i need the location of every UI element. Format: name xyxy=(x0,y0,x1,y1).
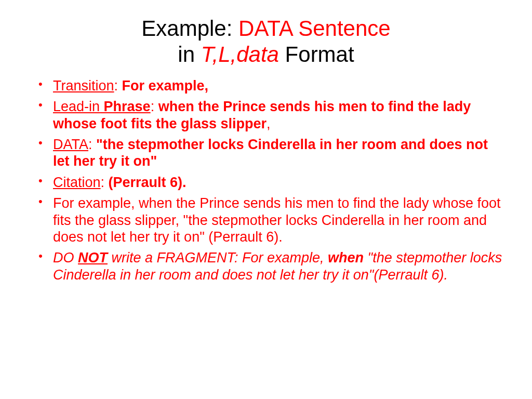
title-in: in xyxy=(178,42,201,66)
bullet-fragment-warning: DO NOT write a FRAGMENT: For example, wh… xyxy=(53,249,506,283)
bullet-list: Transition: For example, Lead-in Phrase:… xyxy=(26,77,506,283)
leadin-label-b: Phrase xyxy=(100,99,151,114)
title-prefix: Example: xyxy=(141,16,238,41)
data-label: DATA xyxy=(53,137,88,152)
colon: : xyxy=(151,99,158,114)
full-example-text: For example, when the Prince sends his m… xyxy=(53,195,500,245)
title-tldata: T,L,data xyxy=(201,42,279,66)
slide-title: Example: DATA Sentence in T,L,data Forma… xyxy=(26,16,506,68)
title-format: Format xyxy=(279,42,354,66)
bullet-transition: Transition: For example, xyxy=(53,77,506,94)
leadin-comma: , xyxy=(267,116,271,131)
title-red1: DATA Sentence xyxy=(238,16,391,41)
bullet-leadin: Lead-in Phrase: when the Prince sends hi… xyxy=(53,98,506,132)
frag-p1: DO xyxy=(53,250,78,265)
frag-when: when xyxy=(328,250,364,265)
transition-label: Transition xyxy=(53,78,114,94)
colon: : xyxy=(114,78,122,94)
citation-content: (Perrault 6). xyxy=(109,175,187,190)
frag-not: NOT xyxy=(78,250,108,265)
bullet-data: DATA: "the stepmother locks Cinderella i… xyxy=(53,136,506,170)
frag-p3: write a FRAGMENT: For example, xyxy=(108,250,328,265)
bullet-citation: Citation: (Perrault 6). xyxy=(53,174,506,191)
citation-label: Citation xyxy=(53,175,101,190)
leadin-label-u: Lead-in xyxy=(53,99,100,114)
data-content: "the stepmother locks Cinderella in her … xyxy=(53,137,488,169)
colon: : xyxy=(101,175,109,190)
transition-content: For example, xyxy=(122,78,209,94)
bullet-full-example: For example, when the Prince sends his m… xyxy=(53,195,506,245)
colon: : xyxy=(88,137,96,152)
